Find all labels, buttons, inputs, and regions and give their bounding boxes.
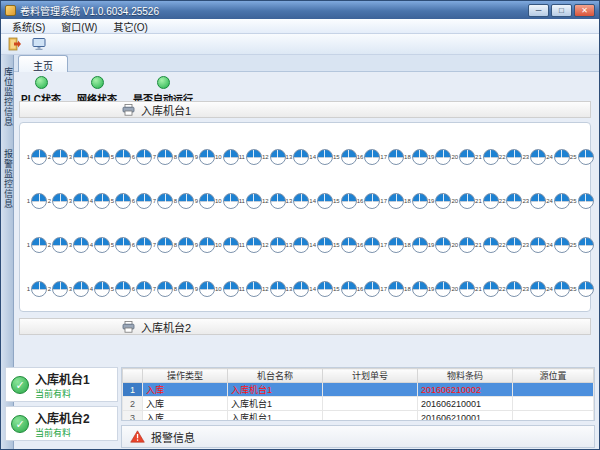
dial-cell[interactable]: 25 — [570, 237, 594, 253]
dial-cell[interactable]: 19 — [428, 193, 452, 209]
dial-cell[interactable]: 1 — [26, 237, 47, 253]
dial-cell[interactable]: 23 — [522, 237, 546, 253]
dial-cell[interactable]: 2 — [47, 237, 68, 253]
dial-cell[interactable]: 15 — [333, 149, 357, 165]
dial-cell[interactable]: 19 — [428, 281, 452, 297]
dial-cell[interactable]: 18 — [404, 149, 428, 165]
dial-cell[interactable]: 7 — [152, 149, 173, 165]
dial-cell[interactable]: 25 — [570, 149, 594, 165]
dial-cell[interactable]: 20 — [451, 149, 475, 165]
dial-cell[interactable]: 19 — [428, 237, 452, 253]
dial-cell[interactable]: 10 — [215, 281, 239, 297]
dial-cell[interactable]: 13 — [286, 193, 310, 209]
dial-cell[interactable]: 5 — [110, 149, 131, 165]
dial-cell[interactable]: 10 — [215, 237, 239, 253]
dial-cell[interactable]: 17 — [380, 237, 404, 253]
dial-cell[interactable]: 18 — [404, 193, 428, 209]
machine-status-card[interactable]: ✓入库机台2当前有料 — [5, 406, 118, 441]
dial-cell[interactable]: 8 — [173, 193, 194, 209]
dial-cell[interactable]: 5 — [110, 237, 131, 253]
dial-cell[interactable]: 3 — [68, 281, 89, 297]
dial-cell[interactable]: 13 — [286, 237, 310, 253]
side-tab[interactable]: 报警监控信息 — [2, 139, 13, 219]
dial-cell[interactable]: 18 — [404, 237, 428, 253]
dial-cell[interactable]: 17 — [380, 193, 404, 209]
dial-cell[interactable]: 6 — [131, 237, 152, 253]
dial-cell[interactable]: 22 — [499, 149, 523, 165]
dial-cell[interactable]: 24 — [546, 281, 570, 297]
dial-cell[interactable]: 6 — [131, 149, 152, 165]
dial-cell[interactable]: 12 — [262, 149, 286, 165]
title-bar[interactable]: 卷料管理系统 V1.0.6034.25526 ─ □ ✕ — [1, 1, 599, 19]
menu-item[interactable]: 其它(O) — [105, 19, 155, 34]
dial-cell[interactable]: 23 — [522, 149, 546, 165]
dial-cell[interactable]: 11 — [239, 237, 262, 253]
dial-cell[interactable]: 16 — [357, 193, 381, 209]
dial-cell[interactable]: 10 — [215, 149, 239, 165]
dial-cell[interactable]: 4 — [89, 149, 110, 165]
dial-cell[interactable]: 2 — [47, 149, 68, 165]
dial-cell[interactable]: 10 — [215, 193, 239, 209]
dial-cell[interactable]: 22 — [499, 237, 523, 253]
dial-cell[interactable]: 6 — [131, 281, 152, 297]
menu-item[interactable]: 窗口(W) — [53, 19, 105, 34]
dial-cell[interactable]: 7 — [152, 237, 173, 253]
table-row[interactable]: 1入库入库机台1201606210002 — [123, 383, 594, 397]
dial-cell[interactable]: 22 — [499, 281, 523, 297]
dial-cell[interactable]: 1 — [26, 281, 47, 297]
maximize-button[interactable]: □ — [551, 4, 572, 17]
dial-cell[interactable]: 13 — [286, 149, 310, 165]
side-tab[interactable]: 库位监控信息 — [2, 57, 13, 137]
close-button[interactable]: ✕ — [574, 4, 595, 17]
dial-cell[interactable]: 5 — [110, 281, 131, 297]
dial-cell[interactable]: 24 — [546, 193, 570, 209]
dial-cell[interactable]: 23 — [522, 281, 546, 297]
exit-tool-button[interactable] — [5, 35, 25, 53]
tab-home[interactable]: 主页 — [18, 55, 68, 72]
dial-cell[interactable]: 3 — [68, 237, 89, 253]
dial-cell[interactable]: 16 — [357, 237, 381, 253]
dial-cell[interactable]: 22 — [499, 193, 523, 209]
dial-cell[interactable]: 24 — [546, 149, 570, 165]
dial-cell[interactable]: 16 — [357, 149, 381, 165]
dial-cell[interactable]: 18 — [404, 281, 428, 297]
dial-cell[interactable]: 15 — [333, 193, 357, 209]
column-header[interactable]: 机台名称 — [228, 369, 323, 383]
dial-cell[interactable]: 8 — [173, 237, 194, 253]
printer-icon[interactable] — [122, 104, 135, 116]
dial-cell[interactable]: 14 — [309, 149, 333, 165]
column-header[interactable]: 源位置 — [513, 369, 594, 383]
column-header[interactable]: 计划单号 — [323, 369, 418, 383]
dial-cell[interactable]: 20 — [451, 237, 475, 253]
dial-cell[interactable]: 21 — [475, 237, 499, 253]
dial-cell[interactable]: 20 — [451, 193, 475, 209]
dial-cell[interactable]: 11 — [239, 281, 262, 297]
table-row[interactable]: 3入库入库机台1201606210001 — [123, 411, 594, 422]
dial-cell[interactable]: 8 — [173, 149, 194, 165]
dial-cell[interactable]: 25 — [570, 193, 594, 209]
dial-cell[interactable]: 1 — [26, 193, 47, 209]
dial-cell[interactable]: 1 — [26, 149, 47, 165]
dial-cell[interactable]: 14 — [309, 281, 333, 297]
dial-cell[interactable]: 2 — [47, 281, 68, 297]
dial-cell[interactable]: 11 — [239, 193, 262, 209]
dial-cell[interactable]: 9 — [194, 193, 215, 209]
machine-status-card[interactable]: ✓入库机台1当前有料 — [5, 367, 118, 402]
column-header[interactable]: 物料条码 — [418, 369, 513, 383]
dial-cell[interactable]: 16 — [357, 281, 381, 297]
dial-cell[interactable]: 17 — [380, 281, 404, 297]
dial-cell[interactable]: 12 — [262, 281, 286, 297]
dial-cell[interactable]: 19 — [428, 149, 452, 165]
dial-cell[interactable]: 7 — [152, 193, 173, 209]
dial-cell[interactable]: 6 — [131, 193, 152, 209]
dial-cell[interactable]: 21 — [475, 193, 499, 209]
dial-cell[interactable]: 4 — [89, 237, 110, 253]
dial-cell[interactable]: 15 — [333, 237, 357, 253]
dial-cell[interactable]: 3 — [68, 193, 89, 209]
dial-cell[interactable]: 14 — [309, 193, 333, 209]
dial-cell[interactable]: 4 — [89, 193, 110, 209]
dial-cell[interactable]: 4 — [89, 281, 110, 297]
dial-cell[interactable]: 13 — [286, 281, 310, 297]
dial-cell[interactable]: 5 — [110, 193, 131, 209]
dial-cell[interactable]: 9 — [194, 281, 215, 297]
